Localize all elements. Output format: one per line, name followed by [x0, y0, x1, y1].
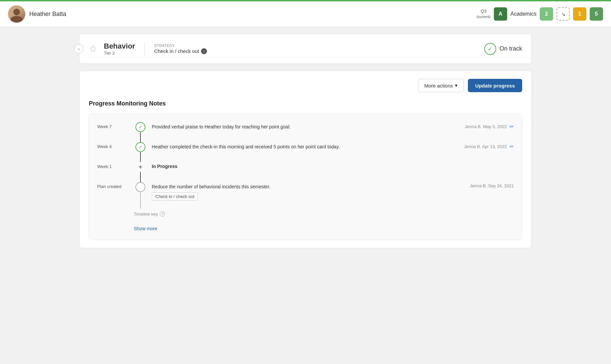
info-icon[interactable]: i	[201, 48, 207, 54]
academics-label: Academics	[510, 11, 536, 17]
show-more-link[interactable]: Show more	[134, 226, 157, 231]
timeline-line	[140, 132, 141, 142]
star-icon[interactable]: ☆	[89, 43, 97, 54]
node-col: +	[134, 162, 147, 182]
entry-content: In Progress	[147, 162, 514, 182]
behavior-card: − ☆ Behavior Tier 2 Strategy Check in / …	[79, 34, 532, 64]
quarter-nav: Q3 (current) A Academics 2 ↘ 1 5	[477, 7, 603, 21]
note-meta: Jenna B. May 3, 2022 ✏	[465, 123, 514, 130]
timeline-card: Week 7 ✓ Provided verbal praise to Heath…	[89, 114, 522, 240]
node-col	[134, 182, 147, 209]
divider	[144, 42, 145, 56]
note-meta: Jenna B. Sep 24, 2021	[470, 183, 514, 188]
badge-num1[interactable]: 1	[573, 7, 586, 21]
behavior-heading: Behavior	[104, 42, 135, 51]
note-text: Provided verbal praise to Heather today …	[152, 123, 291, 130]
update-progress-button[interactable]: Update progress	[468, 79, 522, 92]
in-progress-label: In Progress	[152, 164, 177, 169]
on-track-badge: ✓ On track	[484, 43, 522, 55]
table-row: Week 4 ✓ Heather completed the check-in …	[97, 142, 514, 162]
tier-label: Tier 2	[104, 51, 135, 56]
strategy-value: Check in / check out i	[154, 48, 207, 54]
table-row: Week 7 ✓ Provided verbal praise to Heath…	[97, 122, 514, 142]
strategy-label: Strategy	[154, 44, 207, 48]
badge-num2[interactable]: 2	[540, 7, 553, 21]
progress-section: More actions ▾ Update progress Progress …	[79, 71, 532, 248]
checked-dot-icon: ✓	[135, 142, 145, 152]
table-row: Week 1 + In Progress	[97, 162, 514, 182]
node-col: ✓	[134, 142, 147, 162]
help-icon[interactable]: ?	[160, 211, 165, 217]
entry-content: Heather completed the check-in this morn…	[147, 142, 514, 162]
edit-icon[interactable]: ✏	[509, 143, 514, 150]
dropdown-arrow-icon: ▾	[455, 83, 458, 89]
week-label: Week 7	[97, 122, 134, 142]
section-title: Progress Monitoring Notes	[89, 100, 522, 107]
header: Heather Batta Q3 (current) A Academics 2…	[0, 1, 611, 27]
badge-num5[interactable]: 5	[590, 7, 603, 21]
note-meta: Jenna B. Apr 13, 2022 ✏	[464, 143, 514, 150]
checked-dot-icon: ✓	[135, 122, 145, 132]
more-actions-button[interactable]: More actions ▾	[418, 79, 464, 92]
note-text: Heather completed the check-in this morn…	[152, 143, 340, 150]
badge-academics[interactable]: A	[494, 7, 507, 21]
empty-dot-icon	[135, 182, 145, 192]
plus-icon: +	[135, 162, 145, 172]
strategy-text: Check in / check out	[154, 48, 199, 54]
entry-content: Reduce the number of behavioral incident…	[147, 182, 514, 209]
show-more-container: Show more	[97, 221, 514, 232]
week-label: Plan created	[97, 182, 134, 209]
timeline-rows: Week 7 ✓ Provided verbal praise to Heath…	[97, 122, 514, 209]
edit-icon[interactable]: ✏	[509, 123, 514, 130]
on-track-check-icon: ✓	[484, 43, 496, 55]
badge-arrow[interactable]: ↘	[556, 7, 570, 21]
strategy-box: Strategy Check in / check out i	[154, 44, 207, 54]
note-text: Reduce the number of behavioral incident…	[152, 184, 270, 189]
strategy-tag: Check in / check out	[152, 192, 198, 201]
behavior-title: Behavior Tier 2	[104, 42, 135, 56]
timeline-key-label: Timeline key	[134, 212, 158, 217]
week-label: Week 1	[97, 162, 134, 182]
collapse-button[interactable]: −	[74, 44, 84, 54]
timeline-key: Timeline key ?	[97, 211, 514, 217]
timeline-line	[140, 152, 141, 162]
on-track-text: On track	[500, 45, 522, 52]
student-info: Heather Batta	[8, 5, 66, 23]
student-name: Heather Batta	[29, 11, 66, 18]
timeline-line-light	[140, 192, 141, 209]
quarter-label: Q3 (current)	[477, 9, 491, 19]
entry-content: Provided verbal praise to Heather today …	[147, 122, 514, 142]
timeline-line	[140, 172, 141, 182]
avatar	[8, 5, 25, 23]
actions-row: More actions ▾ Update progress	[89, 79, 522, 92]
week-label: Week 4	[97, 142, 134, 162]
table-row: Plan created Reduce the number of behavi…	[97, 182, 514, 209]
more-actions-label: More actions	[424, 83, 453, 89]
main-content: − ☆ Behavior Tier 2 Strategy Check in / …	[73, 34, 538, 248]
node-col: ✓	[134, 122, 147, 142]
